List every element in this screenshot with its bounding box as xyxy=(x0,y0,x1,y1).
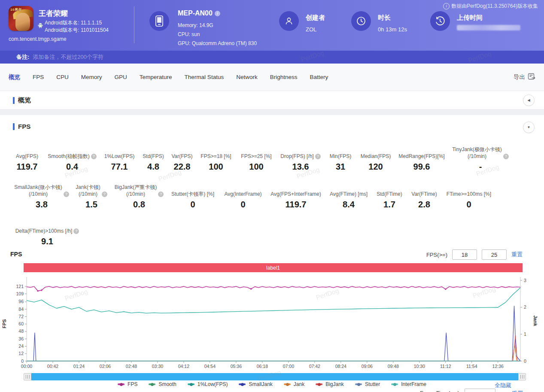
svg-text:04:54: 04:54 xyxy=(204,364,216,369)
stat-label: MedRange(FPS)[%] xyxy=(398,153,444,160)
legend-item-BigJank[interactable]: BigJank xyxy=(316,381,344,387)
tab-Memory[interactable]: Memory xyxy=(81,74,102,80)
svg-text:12:36: 12:36 xyxy=(492,364,504,369)
svg-text:00:42: 00:42 xyxy=(47,364,58,369)
tab-Battery[interactable]: Battery xyxy=(310,74,328,80)
tab-FPS[interactable]: FPS xyxy=(33,74,44,80)
svg-text:72: 72 xyxy=(18,314,24,319)
info-icon[interactable]: ? xyxy=(158,191,164,197)
stat-value: 1.5 xyxy=(75,200,108,210)
device-gpu: GPU: Qualcomm Adreno (TM) 830 xyxy=(178,40,257,46)
scrollbar-left-handle[interactable] xyxy=(24,373,31,380)
stat-cell: FTime>=100ms [%]0 xyxy=(446,182,492,210)
stat-label: 1%Low(FPS) xyxy=(104,153,135,160)
tab-GPU[interactable]: GPU xyxy=(115,74,127,80)
legend-swatch xyxy=(149,383,155,385)
frametime-input[interactable] xyxy=(465,389,495,392)
fps-collapse-button[interactable]: ▼ xyxy=(523,122,535,133)
legend-item-InterFrame[interactable]: InterFrame xyxy=(391,381,426,387)
info-icon[interactable]: ? xyxy=(64,191,69,197)
collect-note: i 数据由PerfDog(11.3.250764)版本收集 xyxy=(443,3,538,10)
tab-Brightness[interactable]: Brightness xyxy=(270,74,298,80)
stat-cell: Median(FPS)120 xyxy=(358,144,393,172)
stat-cell: FPS>=25 [%]100 xyxy=(234,144,278,172)
app-icon-art xyxy=(15,13,30,31)
stat-label: Jank(卡顿) (/10min) xyxy=(76,184,100,198)
svg-text:2: 2 xyxy=(524,304,526,310)
svg-text:96: 96 xyxy=(18,299,24,304)
svg-text:02:48: 02:48 xyxy=(126,364,137,369)
header: i 数据由PerfDog(11.3.250764)版本收集 10周年 王者荣耀 … xyxy=(0,0,544,51)
scrollbar-track[interactable] xyxy=(31,373,518,380)
stat-cell: MedRange(FPS)[%]99.6 xyxy=(393,144,450,172)
duration-label: 时长 xyxy=(378,14,391,22)
svg-text:36: 36 xyxy=(18,336,24,341)
note-bar[interactable]: 备注: 添加备注，不超过200个字符 xyxy=(0,51,544,64)
legend-item-SmallJank[interactable]: SmallJank xyxy=(239,381,272,387)
fps-threshold-max-input[interactable] xyxy=(482,249,507,260)
legend-item-FPS[interactable]: FPS xyxy=(118,381,137,387)
tab-CPU[interactable]: CPU xyxy=(56,74,69,80)
fps-chart-panel-label: FPS xyxy=(10,251,22,258)
legend-item-Smooth[interactable]: Smooth xyxy=(149,381,176,387)
svg-text:121: 121 xyxy=(16,284,24,289)
stat-value: 4.8 xyxy=(140,162,167,172)
note-label: 备注: xyxy=(16,53,29,61)
stat-value: 2.8 xyxy=(403,200,446,210)
device-memory: Memory: 14.9G xyxy=(178,22,213,28)
info-icon[interactable]: ? xyxy=(91,154,97,159)
overview-collapse-button[interactable]: ◀ xyxy=(523,94,535,106)
upload-label: 上传时间 xyxy=(457,14,483,22)
tab-Temperature[interactable]: Temperature xyxy=(140,74,172,80)
stat-value: 22.8 xyxy=(167,162,198,172)
export-button[interactable]: 导出 xyxy=(514,73,535,81)
svg-text:109: 109 xyxy=(16,291,24,296)
history-clock-icon xyxy=(430,11,450,31)
info-icon[interactable]: ? xyxy=(503,154,509,159)
app-icon: 10周年 xyxy=(9,6,33,31)
android-version-code: Android版本号: 1101011504 xyxy=(45,27,109,34)
person-icon xyxy=(279,11,299,31)
tab-概览[interactable]: 概览 xyxy=(9,73,20,81)
stat-cell: Avg(FPS+InterFrame)119.7 xyxy=(270,182,321,210)
stat-cell: Smooth(稳帧指数)?0.4 xyxy=(46,144,99,172)
legend-label: BigJank xyxy=(325,381,344,387)
legend-swatch xyxy=(239,383,246,385)
tab-Network[interactable]: Network xyxy=(236,74,258,80)
stat-cell: Delta(FTime)>100ms [/h]?9.1 xyxy=(9,219,86,246)
legend-label: SmallJank xyxy=(249,381,272,387)
fps-threshold-min-input[interactable] xyxy=(452,249,477,260)
legend-swatch xyxy=(188,383,195,385)
stat-value: 13.6 xyxy=(278,162,323,172)
app-title: 王者荣耀 xyxy=(39,9,68,18)
tab-bar-items: 概览FPSCPUMemoryGPUTemperatureThermal Stat… xyxy=(9,73,340,81)
frametime-reset-link[interactable]: 重置 xyxy=(512,390,523,392)
legend-item-Jank[interactable]: Jank xyxy=(284,381,304,387)
svg-text:04:12: 04:12 xyxy=(178,364,189,369)
tab-Thermal Status[interactable]: Thermal Status xyxy=(185,74,224,80)
app-icon-badge: 10周年 xyxy=(10,7,22,12)
scrollbar-right-handle[interactable] xyxy=(518,373,526,380)
stat-cell: 1%Low(FPS)77.1 xyxy=(99,144,140,172)
legend-swatch xyxy=(284,383,291,385)
legend-item-Stutter[interactable]: Stutter xyxy=(355,381,380,387)
hide-all-link[interactable]: 全隐藏 xyxy=(495,382,511,389)
info-icon[interactable]: ? xyxy=(102,191,107,197)
svg-text:24: 24 xyxy=(18,343,24,349)
info-icon[interactable]: ? xyxy=(315,154,321,159)
legend-label: FPS xyxy=(128,381,137,387)
stat-cell: Jank(卡顿) (/10min)?1.5 xyxy=(75,182,108,210)
fps-threshold-reset-link[interactable]: 重置 xyxy=(511,251,523,258)
svg-text:10:30: 10:30 xyxy=(414,364,425,369)
tab-bar: 概览FPSCPUMemoryGPUTemperatureThermal Stat… xyxy=(0,64,544,91)
svg-text:03:30: 03:30 xyxy=(152,364,163,369)
legend-item-1%Low(FPS)[interactable]: 1%Low(FPS) xyxy=(188,381,228,387)
device-info-icon[interactable]: i xyxy=(215,11,220,16)
stat-value: 119.7 xyxy=(9,162,46,172)
stat-label: Var(FTime) xyxy=(411,191,437,198)
info-icon[interactable]: ? xyxy=(73,228,79,234)
svg-text:09:48: 09:48 xyxy=(388,364,399,369)
upload-value-redacted xyxy=(457,25,520,30)
fps-chart[interactable]: 01224364860728496109121012300:0000:4201:… xyxy=(0,273,544,373)
stat-cell: Avg(InterFrame)0 xyxy=(216,182,270,210)
